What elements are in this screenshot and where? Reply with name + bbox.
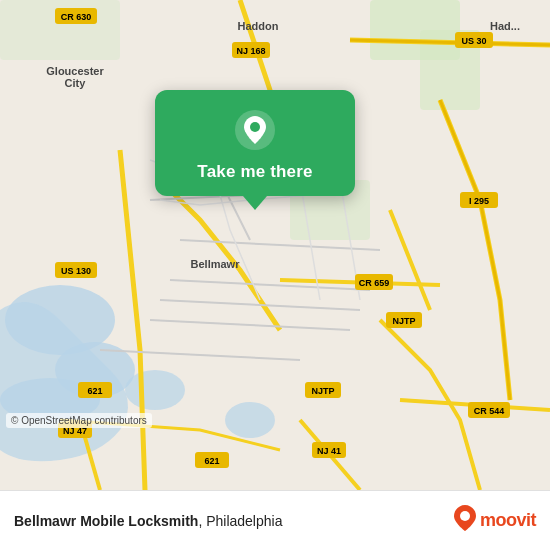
footer-bar: Bellmawr Mobile Locksmith, Philadelphia … xyxy=(0,490,550,550)
copyright-text: © OpenStreetMap contributors xyxy=(6,413,152,428)
svg-text:621: 621 xyxy=(87,386,102,396)
svg-point-4 xyxy=(125,370,185,410)
svg-text:NJTP: NJTP xyxy=(392,316,415,326)
footer-location: Bellmawr Mobile Locksmith, Philadelphia xyxy=(14,513,282,529)
moovit-icon xyxy=(454,505,476,531)
svg-text:NJTP: NJTP xyxy=(311,386,334,396)
location-pin-icon xyxy=(233,108,277,152)
footer-separator: , xyxy=(198,513,206,529)
svg-text:CR 544: CR 544 xyxy=(474,406,505,416)
map-area: CR 630 US 30 NJ 168 US 130 I 295 CR 659 … xyxy=(0,0,550,490)
svg-text:Had...: Had... xyxy=(490,20,520,32)
popup-label: Take me there xyxy=(197,162,312,182)
svg-text:City: City xyxy=(65,77,87,89)
svg-text:Bellmawr: Bellmawr xyxy=(191,258,241,270)
svg-text:CR 659: CR 659 xyxy=(359,278,390,288)
moovit-logo: moovit xyxy=(454,505,536,536)
popup-card[interactable]: Take me there xyxy=(155,90,355,196)
svg-text:Gloucester: Gloucester xyxy=(46,65,104,77)
svg-text:621: 621 xyxy=(204,456,219,466)
svg-text:NJ 168: NJ 168 xyxy=(236,46,265,56)
svg-point-5 xyxy=(225,402,275,438)
moovit-text: moovit xyxy=(480,510,536,531)
svg-point-43 xyxy=(460,511,470,521)
svg-text:US 30: US 30 xyxy=(461,36,486,46)
svg-point-42 xyxy=(250,122,260,132)
city-name: Philadelphia xyxy=(206,513,282,529)
svg-text:I 295: I 295 xyxy=(469,196,489,206)
svg-text:CR 630: CR 630 xyxy=(61,12,92,22)
svg-text:NJ 41: NJ 41 xyxy=(317,446,341,456)
business-name: Bellmawr Mobile Locksmith xyxy=(14,513,198,529)
svg-text:Haddon: Haddon xyxy=(238,20,279,32)
moovit-pin-icon xyxy=(454,505,476,536)
svg-text:US 130: US 130 xyxy=(61,266,91,276)
